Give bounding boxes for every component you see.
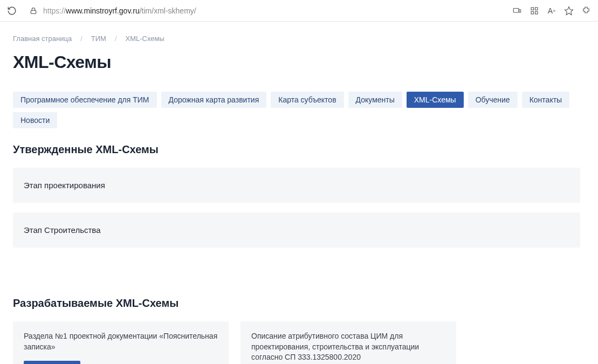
card-text: Раздела №1 проектной документации «Поясн… <box>24 331 218 352</box>
favorite-icon[interactable] <box>563 5 574 16</box>
tab-roadmap[interactable]: Дорожная карта развития <box>161 92 267 108</box>
page-title: XML-Схемы <box>13 52 580 72</box>
browser-toolbar: https://www.minstroyrf.gov.ru/tim/xml-sk… <box>0 0 598 22</box>
url-bar[interactable]: https://www.minstroyrf.gov.ru/tim/xml-sk… <box>23 3 506 18</box>
grid-icon[interactable] <box>529 5 540 16</box>
svg-rect-0 <box>31 10 36 13</box>
svg-rect-3 <box>531 8 534 10</box>
card-attribute-composition: Описание атрибутивного состава ЦИМ для п… <box>240 321 456 364</box>
svg-rect-2 <box>519 9 521 12</box>
svg-rect-1 <box>513 8 519 12</box>
read-aloud-icon[interactable]: A» <box>546 5 557 16</box>
tab-subjects-map[interactable]: Карта субъектов <box>271 92 343 108</box>
tab-xml-schemas[interactable]: XML-Схемы <box>407 92 464 108</box>
card-explanatory-note: Раздела №1 проектной документации «Поясн… <box>13 321 229 364</box>
tab-contacts[interactable]: Контакты <box>522 92 569 108</box>
breadcrumb-sep: / <box>80 35 83 43</box>
svg-rect-6 <box>535 11 538 14</box>
tab-software[interactable]: Программное обеспечение для ТИМ <box>13 92 157 108</box>
tab-news[interactable]: Новости <box>13 112 57 128</box>
section-title-developing: Разрабатываемые XML-Схемы <box>13 297 580 310</box>
devices-icon[interactable] <box>512 5 523 16</box>
tab-training[interactable]: Обучение <box>468 92 518 108</box>
breadcrumb-current: XML-Схемы <box>126 35 164 43</box>
tab-documents[interactable]: Документы <box>348 92 402 108</box>
lock-icon <box>28 5 39 16</box>
card-text: Описание атрибутивного состава ЦИМ для п… <box>251 331 445 363</box>
breadcrumb-home[interactable]: Главная страница <box>13 35 72 43</box>
cards-row: Раздела №1 проектной документации «Поясн… <box>13 321 580 364</box>
view-button[interactable]: Посмотреть <box>24 361 80 364</box>
panel-design-stage[interactable]: Этап проектирования <box>13 168 580 203</box>
breadcrumb-sep: / <box>115 35 117 43</box>
svg-rect-5 <box>531 11 534 14</box>
section-title-approved: Утвержденные XML-Схемы <box>13 143 580 156</box>
extensions-icon[interactable] <box>581 5 592 16</box>
tabs-row: Программное обеспечение для ТИМ Дорожная… <box>13 92 580 128</box>
breadcrumb: Главная страница / ТИМ / XML-Схемы <box>13 35 580 43</box>
svg-marker-7 <box>565 6 573 15</box>
breadcrumb-tim[interactable]: ТИМ <box>91 35 106 43</box>
url-text: https://www.minstroyrf.gov.ru/tim/xml-sk… <box>43 6 196 15</box>
panel-construction-stage[interactable]: Этап Строительства <box>13 212 580 248</box>
svg-rect-4 <box>535 8 538 10</box>
reload-icon[interactable] <box>6 5 17 16</box>
